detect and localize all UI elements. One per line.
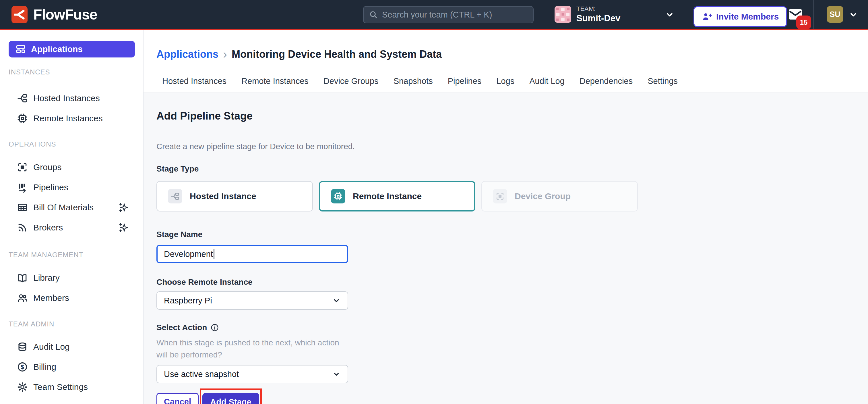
invite-members-label: Invite Members [716,12,779,22]
stage-type-device-group: Device Group [482,181,638,211]
remote-instances-icon [17,113,28,124]
billing-icon: $ [17,362,28,372]
device-group-icon [493,189,507,203]
team-name: Sumit-Dev [577,13,620,24]
tab-pipelines[interactable]: Pipelines [448,76,482,86]
chevron-down-icon [332,370,341,378]
sidebar: Applications INSTANCES Hosted Instances [0,30,144,404]
sidebar-item-label: Billing [33,362,56,372]
hosted-instances-icon [17,93,28,104]
gear-icon [17,382,28,393]
tab-dependencies[interactable]: Dependencies [580,76,632,86]
sidebar-section-instances: INSTANCES [9,68,143,76]
breadcrumb: Applications › Monitoring Device Health … [156,48,868,61]
sidebar-item-bill-of-materials[interactable]: Bill Of Materials [0,197,143,218]
stage-name-label: Stage Name [156,230,868,239]
sidebar-item-applications[interactable]: Applications [9,41,135,57]
top-navbar: FlowFuse TEAM: Sumi [0,0,868,30]
notification-count-badge: 15 [796,16,811,29]
sidebar-item-hosted-instances[interactable]: Hosted Instances [0,88,143,108]
sidebar-item-groups[interactable]: Groups [0,157,143,177]
tab-audit-log[interactable]: Audit Log [529,76,565,86]
remote-instance-select[interactable]: Raspberry Pi [156,291,348,310]
stage-type-option-label: Remote Instance [353,191,422,201]
stage-type-label: Stage Type [156,164,868,174]
team-chevron-down-icon[interactable] [665,10,675,20]
stage-name-input[interactable]: Development [156,245,348,263]
form-description: Create a new pipeline stage for Device t… [156,142,868,151]
sparkles-icon [118,222,130,233]
chevron-down-icon [332,296,341,305]
stage-type-option-label: Device Group [515,191,570,201]
sidebar-item-members[interactable]: Members [0,288,143,308]
members-icon [17,292,28,304]
sidebar-item-team-settings[interactable]: Team Settings [0,377,143,397]
team-label: TEAM: [577,5,620,12]
main-area: Applications › Monitoring Device Health … [144,30,868,404]
notifications-button[interactable]: 15 [789,9,812,30]
tab-hosted-instances[interactable]: Hosted Instances [162,76,226,86]
brand-name: FlowFuse [33,6,97,23]
library-icon [17,272,28,283]
sidebar-item-label: Library [33,273,60,283]
tab-logs[interactable]: Logs [496,76,515,86]
remote-instance-label: Choose Remote Instance [156,278,868,287]
sidebar-item-label: Bill Of Materials [33,203,94,212]
tab-settings[interactable]: Settings [648,76,678,86]
action-value: Use active snapshot [164,370,332,379]
brokers-icon [17,222,28,233]
stage-type-options: Hosted Instance Remote Instance [156,181,868,211]
sparkles-icon [118,202,130,213]
text-cursor [214,249,214,259]
sidebar-item-brokers[interactable]: Brokers [0,218,143,238]
search-icon [369,10,378,19]
breadcrumb-separator: › [223,49,227,59]
sidebar-item-pipelines[interactable]: Pipelines [0,177,143,197]
action-select[interactable]: Use active snapshot [156,365,348,383]
user-avatar[interactable]: SU [827,6,843,23]
annotation-highlight: Add Stage [200,388,262,404]
team-avatar [555,6,571,23]
heading-divider [156,129,639,129]
tab-remote-instances[interactable]: Remote Instances [241,76,309,86]
select-action-label: Select Action [156,323,868,332]
flowfuse-logo-icon [11,6,28,23]
applications-icon [16,44,26,54]
section-heading: Add Pipeline Stage [156,110,868,122]
user-chevron-down-icon[interactable] [848,10,858,20]
invite-members-button[interactable]: Invite Members [693,6,787,27]
sidebar-item-library[interactable]: Library [0,268,143,288]
svg-text:$: $ [21,364,24,370]
remote-instance-value: Raspberry Pi [164,296,332,306]
sidebar-item-label: Hosted Instances [33,93,100,103]
sidebar-item-billing[interactable]: $ Billing [0,357,143,377]
form-actions: Cancel Add Stage [156,388,868,404]
breadcrumb-applications-link[interactable]: Applications [156,48,218,60]
pipelines-icon [17,182,28,193]
sidebar-item-label: Audit Log [33,342,70,352]
cancel-button[interactable]: Cancel [156,393,198,404]
sidebar-section-operations: OPERATIONS [9,141,143,148]
sidebar-item-label: Pipelines [33,182,68,192]
hosted-instance-icon [168,189,182,203]
page-title: Monitoring Device Health and System Data [231,48,442,60]
sidebar-section-team-admin: TEAM ADMIN [9,320,143,328]
sidebar-item-label: Applications [31,44,83,54]
select-action-label-text: Select Action [156,323,207,332]
navbar-divider [541,0,541,29]
add-stage-button[interactable]: Add Stage [203,393,259,404]
tab-snapshots[interactable]: Snapshots [394,76,433,86]
tab-bar: Hosted Instances Remote Instances Device… [156,76,868,92]
remote-instance-icon [331,189,345,203]
sidebar-item-remote-instances[interactable]: Remote Instances [0,108,143,128]
search-input[interactable] [382,10,528,20]
sidebar-item-label: Members [33,293,69,303]
brand: FlowFuse [11,6,97,23]
tab-device-groups[interactable]: Device Groups [323,76,379,86]
stage-type-hosted-instance[interactable]: Hosted Instance [156,181,313,211]
team-selector[interactable]: TEAM: Sumit-Dev [555,0,620,29]
sidebar-item-audit-log[interactable]: Audit Log [0,337,143,357]
stage-type-option-label: Hosted Instance [190,191,256,201]
select-action-description: When this stage is pushed to the next, w… [156,337,347,361]
stage-type-remote-instance[interactable]: Remote Instance [319,181,475,211]
